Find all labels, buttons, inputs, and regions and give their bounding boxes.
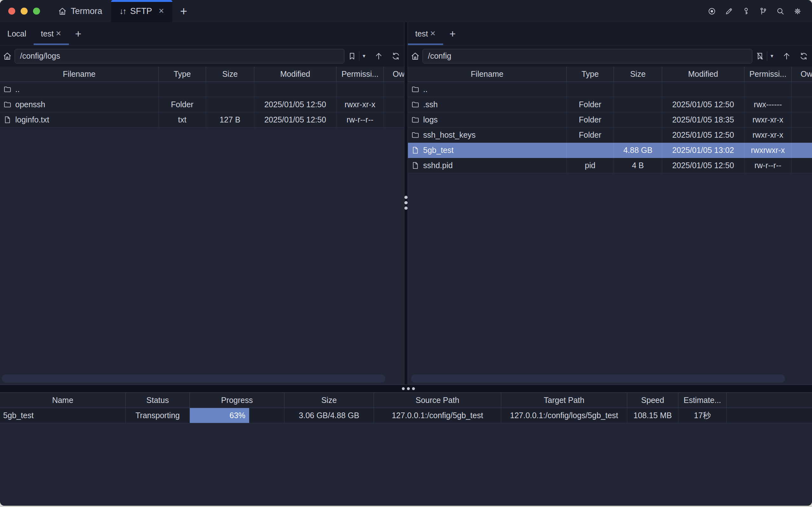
remote-horizontal-scrollbar[interactable] xyxy=(411,374,785,383)
bookmark-dropdown-icon[interactable]: ▾ xyxy=(769,53,774,59)
file-type xyxy=(159,82,206,97)
transfer-column-header[interactable]: Name xyxy=(0,393,126,408)
file-size: 4 B xyxy=(614,158,662,173)
file-row[interactable]: logsFolder2025/01/05 18:35rwxr-xr-x xyxy=(408,112,812,127)
pane-tab-test-remote[interactable]: test ✕ xyxy=(408,22,443,45)
keychain-icon[interactable] xyxy=(759,7,767,15)
tab-sftp-label: SFTP xyxy=(130,6,152,16)
new-main-tab-button[interactable]: + xyxy=(172,0,195,22)
transfer-target-path: 127.0.0.1:/config/logs/5gb_test xyxy=(501,408,627,423)
column-header[interactable]: Permissi... xyxy=(744,67,792,81)
file-size xyxy=(206,97,254,112)
column-header[interactable]: Modified xyxy=(662,67,744,81)
column-header[interactable]: Filename xyxy=(408,67,566,81)
column-header[interactable]: Filename xyxy=(0,67,159,81)
search-icon[interactable] xyxy=(776,7,785,15)
column-header[interactable]: Ow xyxy=(384,67,404,81)
local-path-actions: ▾ xyxy=(347,51,401,61)
file-type xyxy=(566,82,614,97)
remote-path-actions: ▾ xyxy=(755,51,809,61)
pane-splitter-handle xyxy=(404,196,408,210)
titlebar: Termora ↓↑ SFTP ✕ + xyxy=(0,0,812,22)
pane-tab-close-icon[interactable]: ✕ xyxy=(430,30,436,38)
remote-file-table: FilenameTypeSizeModifiedPermissi...Ow ..… xyxy=(408,67,812,173)
refresh-icon[interactable] xyxy=(391,51,401,61)
transfer-column-header[interactable]: Target Path xyxy=(501,393,627,408)
bookmark-slash-icon[interactable] xyxy=(755,51,765,61)
file-icon xyxy=(3,115,12,124)
file-size: 127 B xyxy=(206,112,254,127)
column-header[interactable]: Permissi... xyxy=(336,67,384,81)
file-permissions: rw-r--r-- xyxy=(744,158,792,173)
transfers-splitter[interactable] xyxy=(0,385,812,393)
local-path-input[interactable] xyxy=(15,49,344,63)
pane-tab-local-label: Local xyxy=(7,29,26,38)
column-header[interactable]: Modified xyxy=(254,67,336,81)
transfer-speed: 108.15 MB xyxy=(627,408,679,423)
file-size xyxy=(614,127,662,143)
local-horizontal-scrollbar[interactable] xyxy=(2,374,385,383)
transfers-splitter-handle xyxy=(402,387,415,390)
transfer-row[interactable]: 5gb_testTransporting63%3.06 GB/4.88 GB12… xyxy=(0,408,812,423)
column-header[interactable]: Type xyxy=(566,67,614,81)
file-icon xyxy=(411,146,420,155)
transfer-column-header[interactable]: Source Path xyxy=(374,393,501,408)
file-size xyxy=(614,82,662,97)
file-row[interactable]: loginfo.txttxt127 B2025/01/05 12:50rw-r-… xyxy=(0,112,404,127)
pane-tab-test[interactable]: test ✕ xyxy=(34,22,69,45)
folder-icon xyxy=(3,85,12,94)
pane-tab-close-icon[interactable]: ✕ xyxy=(56,30,61,38)
transfer-column-header[interactable]: Speed xyxy=(627,393,679,408)
refresh-icon[interactable] xyxy=(799,51,809,61)
transfer-column-header[interactable]: Progress xyxy=(190,393,284,408)
transfer-column-header[interactable]: Status xyxy=(126,393,190,408)
remote-path-input[interactable] xyxy=(423,49,752,63)
key-icon[interactable] xyxy=(742,7,750,15)
file-type xyxy=(566,143,614,158)
new-pane-tab-button[interactable]: + xyxy=(443,22,462,45)
column-header[interactable]: Size xyxy=(206,67,254,81)
tab-termora-home[interactable]: Termora xyxy=(49,0,111,22)
file-row[interactable]: .sshFolder2025/01/05 12:50rwx------ xyxy=(408,97,812,112)
file-size: 4.88 GB xyxy=(614,143,662,158)
home-directory-icon[interactable] xyxy=(411,51,420,61)
file-type: Folder xyxy=(159,97,206,112)
local-pane-tabs: Local test ✕ + xyxy=(0,22,404,45)
column-header[interactable]: Size xyxy=(614,67,662,81)
transfer-column-header[interactable]: Size xyxy=(284,393,374,408)
file-owner xyxy=(792,143,812,158)
home-directory-icon[interactable] xyxy=(3,51,12,61)
file-row[interactable]: .. xyxy=(408,82,812,97)
column-header[interactable]: Type xyxy=(159,67,206,81)
file-row[interactable]: sshd.pidpid4 B2025/01/05 12:50rw-r--r-- xyxy=(408,158,812,173)
edit-icon[interactable] xyxy=(725,7,733,15)
file-name: sshd.pid xyxy=(423,161,453,170)
file-modified: 2025/01/05 18:35 xyxy=(662,112,744,127)
pane-splitter[interactable] xyxy=(404,22,408,385)
bookmark-icon[interactable] xyxy=(347,51,357,61)
settings-icon[interactable] xyxy=(793,7,802,15)
column-header[interactable]: Ow xyxy=(792,67,812,81)
file-row[interactable]: ssh_host_keysFolder2025/01/05 12:50rwxr-… xyxy=(408,127,812,143)
parent-directory-icon[interactable] xyxy=(374,51,384,61)
pane-tab-local[interactable]: Local xyxy=(0,22,34,45)
file-owner xyxy=(792,127,812,143)
bookmark-dropdown-icon[interactable]: ▾ xyxy=(361,53,367,59)
new-pane-tab-button[interactable]: + xyxy=(69,22,88,45)
parent-directory-icon[interactable] xyxy=(781,51,792,61)
folder-icon xyxy=(3,100,12,109)
tab-sftp[interactable]: ↓↑ SFTP ✕ xyxy=(111,0,172,22)
minimize-window-button[interactable] xyxy=(21,8,28,15)
transfer-column-header[interactable]: Estimate... xyxy=(679,393,726,408)
file-row[interactable]: 5gb_test4.88 GB2025/01/05 13:02rwxrwxr-x xyxy=(408,143,812,158)
transfer-name: 5gb_test xyxy=(0,408,126,423)
local-file-table: FilenameTypeSizeModifiedPermissi...Ow ..… xyxy=(0,67,404,127)
file-row[interactable]: .. xyxy=(0,82,404,97)
file-name-cell: 5gb_test xyxy=(408,143,566,158)
close-window-button[interactable] xyxy=(8,8,15,15)
record-icon[interactable] xyxy=(708,7,716,15)
zoom-window-button[interactable] xyxy=(33,8,40,15)
tab-sftp-close-icon[interactable]: ✕ xyxy=(158,7,164,15)
file-row[interactable]: opensshFolder2025/01/05 12:50rwxr-xr-x xyxy=(0,97,404,112)
file-permissions: rwxr-xr-x xyxy=(744,112,792,127)
